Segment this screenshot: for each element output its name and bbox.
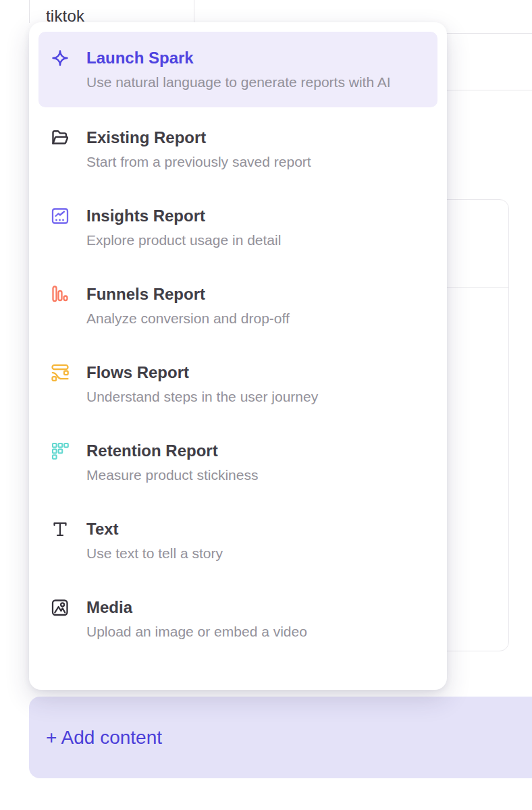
menu-item-funnels-report[interactable]: Funnels Report Analyze conversion and dr…	[38, 268, 437, 342]
add-content-menu: Launch Spark Use natural language to gen…	[29, 22, 447, 690]
menu-item-flows-report[interactable]: Flows Report Understand steps in the use…	[38, 346, 437, 421]
media-icon	[51, 598, 70, 617]
menu-item-label: Text	[86, 520, 419, 539]
menu-item-label: Launch Spark	[86, 49, 419, 68]
add-content-button[interactable]: + Add content	[29, 697, 532, 778]
menu-item-description: Analyze conversion and drop-off	[86, 308, 419, 329]
folder-open-icon	[51, 128, 70, 147]
menu-item-description: Upload an image or embed a video	[86, 622, 419, 642]
menu-item-label: Insights Report	[86, 207, 419, 225]
menu-item-label: Flows Report	[86, 363, 419, 382]
menu-item-description: Use natural language to generate reports…	[86, 72, 419, 92]
menu-item-text[interactable]: Text Use text to tell a story	[38, 503, 437, 577]
retention-grid-icon	[51, 441, 70, 460]
menu-item-label: Media	[86, 598, 419, 617]
bar-chart-icon	[51, 285, 70, 304]
menu-item-description: Start from a previously saved report	[86, 152, 419, 172]
menu-item-label: Funnels Report	[86, 285, 419, 304]
flow-icon	[51, 363, 70, 382]
menu-item-description: Understand steps in the user journey	[86, 387, 419, 407]
menu-item-description: Explore product usage in detail	[86, 230, 419, 250]
add-content-label: + Add content	[46, 727, 162, 749]
menu-item-label: Retention Report	[86, 441, 419, 460]
menu-item-launch-spark[interactable]: Launch Spark Use natural language to gen…	[38, 32, 437, 107]
menu-item-existing-report[interactable]: Existing Report Start from a previously …	[38, 111, 437, 186]
spark-icon	[51, 49, 70, 68]
menu-item-retention-report[interactable]: Retention Report Measure product stickin…	[38, 425, 437, 499]
menu-item-media[interactable]: Media Upload an image or embed a video	[38, 581, 437, 655]
menu-item-insights-report[interactable]: Insights Report Explore product usage in…	[38, 190, 437, 264]
menu-item-description: Use text to tell a story	[86, 543, 419, 564]
menu-item-label: Existing Report	[86, 128, 419, 147]
text-icon	[51, 520, 70, 539]
menu-item-description: Measure product stickiness	[86, 465, 419, 485]
card-column-border	[194, 0, 194, 22]
line-chart-icon	[51, 207, 70, 225]
card-left-border	[29, 0, 30, 23]
